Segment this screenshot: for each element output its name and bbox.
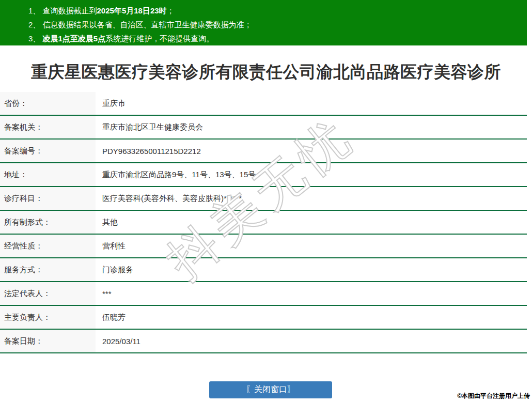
credit-text: ©本图由平台注册用户上传 <box>457 392 530 400</box>
row-label: 所有制形式： <box>0 211 96 234</box>
page: 1、 查询数据截止到2025年5月18日23时；2、 信息数据结果以各省、自治区… <box>0 0 532 402</box>
row-label: 经营性质： <box>0 235 96 257</box>
table-row: 主要负责人：伍晓芳 <box>0 306 527 330</box>
notice-list: 1、 查询数据截止到2025年5月18日23时；2、 信息数据结果以各省、自治区… <box>28 4 527 45</box>
table-row: 备案日期：2025/03/11 <box>0 330 527 353</box>
row-label: 法定代表人： <box>0 282 96 305</box>
notice-line: 2、 信息数据结果以各省、自治区、直辖市卫生健康委数据为准； <box>28 18 527 32</box>
notice-bar: 1、 查询数据截止到2025年5月18日23时；2、 信息数据结果以各省、自治区… <box>0 0 527 45</box>
row-value: 2025/03/11 <box>96 330 527 352</box>
table-row: 省份：重庆市 <box>0 92 527 116</box>
row-value: PDY96332650011215D2212 <box>96 140 527 162</box>
table-row: 地址：重庆市渝北区尚品路9号、11号、13号、15号 <box>0 163 527 187</box>
row-value: 营利性 <box>96 235 527 257</box>
row-label: 服务方式： <box>0 258 96 281</box>
table-row: 备案机关：重庆市渝北区卫生健康委员会 <box>0 116 527 140</box>
table-row: 经营性质：营利性 <box>0 235 527 258</box>
table-row: 备案编号：PDY96332650011215D2212 <box>0 140 527 163</box>
table-row: 法定代表人：*** <box>0 282 527 306</box>
table-row: 服务方式：门诊服务 <box>0 258 527 282</box>
row-label: 诊疗科目： <box>0 187 96 210</box>
row-label: 地址： <box>0 163 96 186</box>
page-title: 重庆星医惠医疗美容诊所有限责任公司渝北尚品路医疗美容诊所 <box>0 61 532 84</box>
row-value: *** <box>96 282 527 305</box>
row-value: 重庆市 <box>96 92 527 115</box>
row-value: 伍晓芳 <box>96 306 527 329</box>
row-label: 省份： <box>0 92 96 115</box>
row-label: 备案日期： <box>0 330 96 352</box>
close-window-button[interactable]: 〖关闭窗口〗 <box>209 381 332 398</box>
row-value: 重庆市渝北区卫生健康委员会 <box>96 116 527 138</box>
row-label: 主要负责人： <box>0 306 96 329</box>
notice-line: 1、 查询数据截止到2025年5月18日23时； <box>28 4 527 18</box>
table-row: 诊疗科目：医疗美容科(美容外科、美容皮肤科)****** <box>0 187 527 211</box>
row-value: 门诊服务 <box>96 258 527 281</box>
row-value: 医疗美容科(美容外科、美容皮肤科)****** <box>96 187 527 210</box>
info-table: 省份：重庆市备案机关：重庆市渝北区卫生健康委员会备案编号：PDY96332650… <box>0 92 527 353</box>
row-label: 备案机关： <box>0 116 96 138</box>
row-value: 重庆市渝北区尚品路9号、11号、13号、15号 <box>96 163 527 186</box>
table-row: 所有制形式：其他 <box>0 211 527 235</box>
row-value: 其他 <box>96 211 527 234</box>
notice-line: 3、 凌晨1点至凌晨5点系统进行维护，不能提供查询。 <box>28 32 527 45</box>
row-label: 备案编号： <box>0 140 96 162</box>
